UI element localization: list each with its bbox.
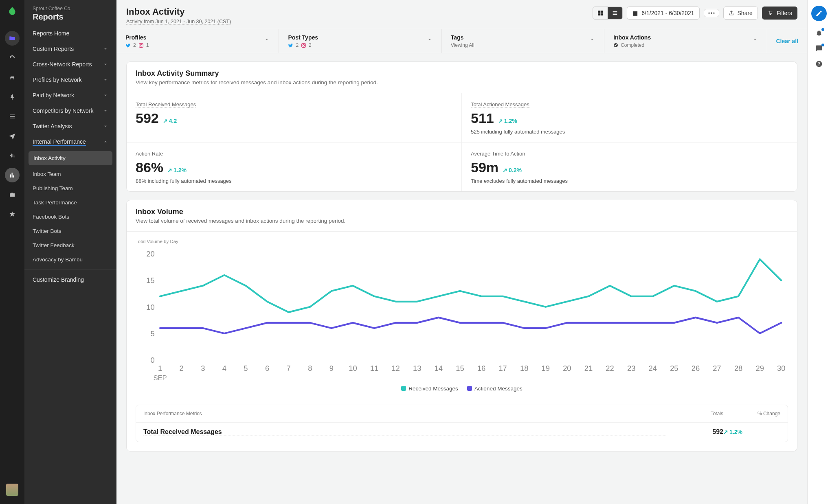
- sidebar-subitem[interactable]: Twitter Feedback: [24, 238, 116, 252]
- svg-text:15: 15: [456, 364, 464, 373]
- nav-dashboard-icon[interactable]: [5, 50, 20, 65]
- date-range-label: 6/1/2021 - 6/30/2021: [641, 10, 694, 16]
- svg-text:15: 15: [146, 276, 154, 285]
- filters-label: Filters: [777, 10, 792, 16]
- sidebar-group[interactable]: Internal Performance: [24, 134, 116, 149]
- sidebar-subitem[interactable]: Inbox Team: [24, 167, 116, 181]
- sidebar-group[interactable]: Twitter Analysis: [24, 118, 116, 134]
- instagram-icon: [301, 43, 306, 48]
- chevron-down-icon: [427, 37, 433, 42]
- nav-reports-icon[interactable]: [5, 168, 20, 182]
- svg-point-5: [711, 12, 712, 13]
- list-view-button[interactable]: [608, 7, 622, 19]
- chevron-down-icon: [589, 37, 595, 42]
- sidebar-label: Paid by Network: [33, 92, 74, 99]
- sidebar-group[interactable]: Cross-Network Reports: [24, 57, 116, 72]
- sidebar-subitem[interactable]: Facebook Bots: [24, 210, 116, 224]
- compose-button[interactable]: [811, 6, 827, 21]
- metric-cell: Total Actioned Messages 511 ↗ 1.2% 525 i…: [462, 93, 797, 142]
- svg-point-12: [142, 44, 143, 44]
- sidebar-label: Cross-Network Reports: [33, 61, 92, 68]
- svg-text:6: 6: [265, 364, 269, 373]
- page-title: Inbox Activity: [126, 7, 231, 17]
- nav-star-icon[interactable]: [5, 207, 20, 221]
- svg-text:7: 7: [287, 364, 291, 373]
- svg-text:18: 18: [520, 364, 528, 373]
- metric-delta: ↗ 0.2%: [503, 167, 522, 173]
- svg-text:20: 20: [146, 250, 154, 258]
- chevron-icon: [103, 123, 108, 129]
- metric-cell: Average Time to Action 59m ↗ 0.2% Time e…: [462, 142, 797, 191]
- chevron-icon: [103, 92, 108, 98]
- page-subtitle: Activity from Jun 1, 2021 - Jun 30, 2021…: [126, 19, 231, 25]
- nav-folder-icon[interactable]: [5, 31, 20, 46]
- filter-post-types[interactable]: Post Types 2 2: [279, 29, 441, 53]
- svg-point-14: [303, 44, 304, 46]
- filter-profiles[interactable]: Profiles 2 1: [116, 29, 279, 53]
- svg-text:30: 30: [777, 364, 785, 373]
- legend-swatch-ax: [467, 386, 472, 391]
- user-avatar[interactable]: [6, 484, 18, 496]
- arrow-up-icon: ↗: [498, 118, 503, 124]
- arrow-up-icon: ↗: [503, 167, 507, 173]
- nav-briefcase-icon[interactable]: [5, 187, 20, 202]
- nav-car-icon[interactable]: [5, 70, 20, 85]
- notifications-icon[interactable]: [815, 29, 823, 37]
- feedback-icon[interactable]: [815, 45, 823, 52]
- svg-point-4: [708, 12, 709, 13]
- nav-pin-icon[interactable]: [5, 90, 20, 104]
- sidebar-group[interactable]: Paid by Network: [24, 88, 116, 103]
- table-row: Total Received Messages 592 ↗ 1.2%: [136, 422, 788, 442]
- filter-actions[interactable]: Inbox Actions Completed: [604, 29, 767, 53]
- sidebar-group[interactable]: Custom Reports: [24, 41, 116, 57]
- sidebar-subitem[interactable]: Publishing Team: [24, 181, 116, 195]
- chevron-icon: [103, 139, 108, 145]
- chevron-icon: [103, 46, 108, 52]
- sidebar-item-reports-home[interactable]: Reports Home: [24, 26, 116, 41]
- chevron-icon: [103, 61, 108, 67]
- metric-delta: ↗ 1.2%: [167, 167, 187, 173]
- share-button[interactable]: Share: [723, 7, 758, 20]
- svg-text:SEP: SEP: [153, 374, 167, 382]
- sidebar-item-customize[interactable]: Customize Branding: [24, 272, 116, 287]
- help-icon[interactable]: ?: [815, 60, 823, 68]
- instagram-icon: [138, 43, 144, 48]
- clear-all-button[interactable]: Clear all: [767, 29, 807, 53]
- metric-value: 592: [136, 110, 159, 126]
- filter-label: Post Types: [288, 34, 318, 41]
- filter-tags[interactable]: Tags Viewing All: [442, 29, 604, 53]
- legend-swatch-rx: [401, 386, 406, 391]
- metric-note: Time excludes fully automated messages: [471, 178, 788, 184]
- card-summary: Inbox Activity Summary View key performa…: [126, 61, 797, 192]
- sidebar-group[interactable]: Competitors by Network: [24, 103, 116, 118]
- more-button[interactable]: [704, 9, 719, 17]
- card-title: Inbox Activity Summary: [136, 69, 788, 78]
- svg-text:23: 23: [627, 364, 635, 373]
- legend-label: Actioned Messages: [474, 386, 523, 392]
- sidebar-group[interactable]: Profiles by Network: [24, 72, 116, 88]
- sidebar-subitem[interactable]: Advocacy by Bambu: [24, 252, 116, 267]
- grid-view-button[interactable]: [593, 7, 608, 19]
- sidebar-subitem[interactable]: Task Performance: [24, 195, 116, 210]
- filters-button[interactable]: Filters: [762, 7, 797, 20]
- nav-list-icon[interactable]: [5, 109, 20, 124]
- check-icon: [613, 43, 618, 48]
- topbar: Inbox Activity Activity from Jun 1, 2021…: [116, 0, 807, 29]
- svg-text:21: 21: [584, 364, 593, 373]
- sidebar-subitem[interactable]: Inbox Activity: [29, 151, 112, 165]
- chevron-down-icon: [264, 37, 270, 42]
- metric-note: 525 including fully automated messages: [471, 129, 788, 135]
- arrow-up-icon: ↗: [167, 167, 172, 173]
- sidebar-label: Reports Home: [33, 30, 69, 37]
- date-range-button[interactable]: 6/1/2021 - 6/30/2021: [627, 7, 699, 20]
- section-title: Reports: [33, 12, 108, 22]
- metrics-table: Inbox Performance Metrics Totals % Chang…: [136, 405, 788, 442]
- nav-pulse-icon[interactable]: [5, 148, 20, 163]
- sidebar-label: Custom Reports: [33, 46, 74, 52]
- svg-text:2: 2: [180, 364, 184, 373]
- sidebar-subitem[interactable]: Twitter Bots: [24, 224, 116, 238]
- svg-text:27: 27: [713, 364, 721, 373]
- nav-send-icon[interactable]: [5, 129, 20, 143]
- row-change: ↗ 1.2%: [723, 429, 780, 435]
- right-rail: ?: [807, 0, 830, 504]
